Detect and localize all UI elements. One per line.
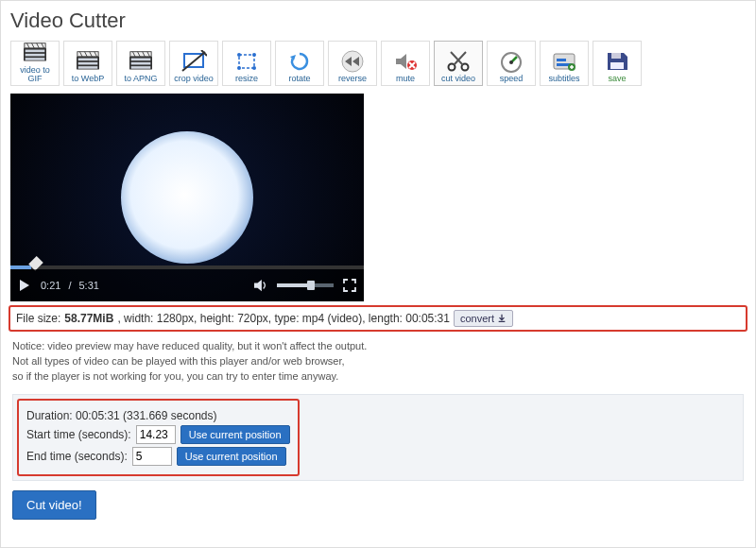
- tool-rotate[interactable]: rotate: [275, 41, 324, 86]
- svg-rect-10: [78, 59, 98, 61]
- tool-label: save: [608, 75, 626, 83]
- duration-row: Duration: 00:05:31 (331.669 seconds): [26, 409, 290, 422]
- fullscreen-button[interactable]: [341, 277, 358, 294]
- tool-reverse[interactable]: reverse: [328, 41, 377, 86]
- file-size-value: 58.77MiB: [64, 312, 113, 325]
- rewind-icon: [339, 50, 366, 73]
- time-separator: /: [68, 280, 71, 291]
- tool-label: video to GIF: [13, 66, 57, 83]
- film-icon: [75, 50, 101, 73]
- tool-label: mute: [396, 75, 415, 83]
- tool-save[interactable]: save: [593, 41, 642, 86]
- gauge-icon: [498, 50, 524, 73]
- svg-rect-19: [131, 59, 151, 61]
- tool-label: resize: [235, 75, 258, 83]
- svg-rect-20: [131, 62, 151, 65]
- volume-slider[interactable]: [277, 283, 334, 287]
- play-button[interactable]: [16, 277, 33, 294]
- tool-cut-video[interactable]: cut video: [434, 41, 483, 86]
- svg-rect-1: [26, 50, 45, 53]
- toolbar: video to GIF to WebP to APNG crop video …: [1, 39, 755, 92]
- subtitles-icon: [551, 50, 577, 73]
- notice-text: Notice: video preview may have reduced q…: [12, 339, 744, 385]
- tool-subtitles[interactable]: subtitles: [540, 41, 589, 86]
- svg-rect-43: [611, 53, 621, 59]
- trim-panel: Duration: 00:05:31 (331.669 seconds) Sta…: [12, 394, 744, 481]
- svg-point-31: [237, 66, 241, 70]
- svg-point-30: [252, 53, 256, 57]
- volume-icon[interactable]: [252, 277, 269, 294]
- notice-line: Notice: video preview may have reduced q…: [12, 339, 744, 354]
- use-position-start-button[interactable]: Use current position: [180, 425, 290, 444]
- convert-label: convert: [460, 313, 494, 324]
- svg-rect-21: [131, 66, 151, 69]
- notice-line: Not all types of video can be played wit…: [12, 354, 744, 369]
- tool-mute[interactable]: mute: [381, 41, 430, 86]
- start-time-input[interactable]: [136, 425, 176, 444]
- tool-video-to-gif[interactable]: video to GIF: [10, 41, 60, 86]
- scissors-icon: [445, 50, 472, 73]
- tool-label: rotate: [288, 75, 310, 83]
- tool-speed[interactable]: speed: [487, 41, 536, 86]
- video-frame-content: [121, 131, 253, 264]
- rotate-icon: [286, 50, 313, 73]
- convert-button[interactable]: convert: [454, 310, 513, 327]
- tool-label: cut video: [441, 75, 475, 83]
- download-icon: [497, 314, 507, 323]
- svg-rect-44: [610, 62, 624, 69]
- svg-point-29: [237, 53, 241, 57]
- file-size-label: File size:: [16, 312, 60, 325]
- video-player[interactable]: 0:21 / 5:31: [10, 94, 364, 301]
- start-time-row: Start time (seconds): Use current positi…: [26, 425, 290, 444]
- total-time: 5:31: [78, 280, 98, 291]
- resize-icon: [233, 50, 260, 73]
- page-title: Video Cutter: [1, 1, 755, 39]
- tool-to-webp[interactable]: to WebP: [63, 41, 112, 86]
- player-controls: 0:21 / 5:31: [10, 269, 364, 301]
- tool-label: subtitles: [548, 75, 579, 83]
- use-position-end-button[interactable]: Use current position: [177, 447, 286, 466]
- tool-label: reverse: [338, 75, 367, 83]
- end-time-row: End time (seconds): Use current position: [26, 447, 290, 466]
- svg-rect-11: [78, 62, 98, 65]
- svg-rect-3: [26, 58, 45, 60]
- save-icon: [604, 50, 630, 73]
- volume-thumb[interactable]: [307, 281, 315, 290]
- tool-label: to APNG: [124, 75, 157, 83]
- tool-crop-video[interactable]: crop video: [169, 41, 218, 86]
- trim-highlight: Duration: 00:05:31 (331.669 seconds) Sta…: [17, 399, 300, 476]
- svg-point-38: [509, 60, 513, 64]
- end-time-label: End time (seconds):: [26, 450, 128, 463]
- mute-icon: [392, 50, 419, 73]
- svg-rect-2: [26, 54, 45, 57]
- crop-icon: [180, 50, 207, 73]
- svg-rect-41: [557, 59, 566, 61]
- tool-label: speed: [500, 75, 524, 83]
- tool-label: crop video: [174, 75, 214, 83]
- svg-rect-12: [78, 66, 98, 69]
- svg-rect-28: [239, 55, 254, 68]
- cut-video-button[interactable]: Cut video!: [12, 490, 96, 520]
- tool-label: to WebP: [72, 75, 104, 83]
- tool-resize[interactable]: resize: [222, 41, 271, 86]
- start-time-label: Start time (seconds):: [26, 428, 131, 441]
- svg-point-32: [252, 66, 256, 70]
- tool-to-apng[interactable]: to APNG: [116, 41, 165, 86]
- file-info-rest: , width: 1280px, height: 720px, type: mp…: [117, 312, 450, 325]
- file-info-panel: File size: 58.77MiB , width: 1280px, hei…: [9, 305, 747, 332]
- film-icon: [22, 42, 48, 64]
- end-time-input[interactable]: [132, 447, 172, 466]
- film-icon: [128, 50, 154, 73]
- duration-text: Duration: 00:05:31 (331.669 seconds): [26, 409, 216, 422]
- volume-fill: [277, 283, 311, 287]
- notice-line: so if the player is not working for you,…: [12, 369, 744, 385]
- current-time: 0:21: [41, 280, 60, 291]
